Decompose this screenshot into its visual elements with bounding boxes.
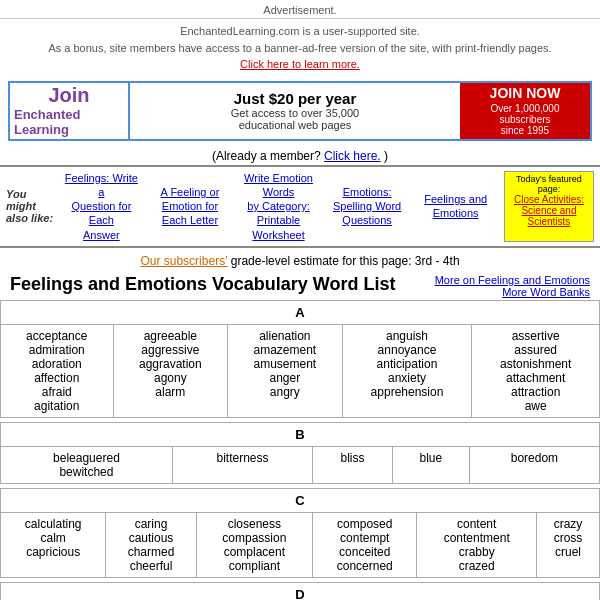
nav-link-2[interactable]: A Feeling orEmotion forEach Letter xyxy=(161,185,220,228)
nav-link-3[interactable]: Write Emotion Wordsby Category: Printabl… xyxy=(238,171,319,242)
section-b-table: B beleagueredbewitched bitterness bliss … xyxy=(0,422,600,484)
more-links: More on Feelings and Emotions More Word … xyxy=(435,274,590,298)
nav-link-1[interactable]: Feelings: Write aQuestion for EachAnswer xyxy=(61,171,142,242)
col-b-2: bitterness xyxy=(172,446,312,483)
banner-right[interactable]: JOIN NOW Over 1,000,000 subscriberssince… xyxy=(460,83,590,139)
more-word-banks-link[interactable]: More Word Banks xyxy=(435,286,590,298)
section-b-row: beleagueredbewitched bitterness bliss bl… xyxy=(1,446,600,483)
section-d-header: D xyxy=(1,582,600,600)
section-d-table: D defeateddefiancedelighteddependence de… xyxy=(0,582,600,600)
banner: Join Enchanted Learning Just $20 per yea… xyxy=(8,81,592,141)
col-a-5: assertiveassuredastonishmentattachmentat… xyxy=(472,324,600,417)
section-c-label: C xyxy=(1,488,600,512)
col-c-4: composedcontemptconceitedconcerned xyxy=(313,512,417,577)
col-c-3: closenesscompassioncomplacentcompliant xyxy=(196,512,312,577)
grade-bar: Our subscribers' grade-level estimate fo… xyxy=(0,248,600,270)
nav-item-2[interactable]: A Feeling orEmotion forEach Letter xyxy=(150,171,231,242)
section-a-table: A acceptanceadmirationadorationaffection… xyxy=(0,300,600,418)
col-b-1: beleagueredbewitched xyxy=(1,446,173,483)
grade-text: grade-level estimate for this page: 3rd … xyxy=(231,254,460,268)
section-b-label: B xyxy=(1,422,600,446)
join-now-text: JOIN NOW xyxy=(490,85,561,101)
col-a-2: agreeableaggressiveaggravationagonyalarm xyxy=(113,324,228,417)
section-c-table: C calculatingcalmcapricious caringcautio… xyxy=(0,488,600,578)
already-text: (Already a member? xyxy=(212,149,321,163)
col-c-6: crazycrosscruel xyxy=(536,512,599,577)
nav-links: Youmightalso like: Feelings: Write aQues… xyxy=(0,165,600,248)
nav-link-4[interactable]: Emotions:Spelling WordQuestions xyxy=(333,185,401,228)
more-feelings-link[interactable]: More on Feelings and Emotions xyxy=(435,274,590,286)
enchanted-learning-text: Enchanted Learning xyxy=(14,107,124,137)
banner-join: Join Enchanted Learning xyxy=(10,83,130,139)
section-b-header: B xyxy=(1,422,600,446)
learn-more-link[interactable]: Click here to learn more. xyxy=(240,58,360,70)
already-end: ) xyxy=(384,149,388,163)
section-d-label: D xyxy=(1,582,600,600)
click-here-link[interactable]: Click here. xyxy=(324,149,381,163)
col-b-4: blue xyxy=(392,446,469,483)
nav-you-label: Youmightalso like: xyxy=(6,171,53,242)
nav-link-5[interactable]: Feelings andEmotions xyxy=(424,192,487,221)
nav-item-4[interactable]: Emotions:Spelling WordQuestions xyxy=(327,171,408,242)
col-b-3: bliss xyxy=(313,446,393,483)
col-b-5: boredom xyxy=(469,446,599,483)
page-title-area: Feelings and Emotions Vocabulary Word Li… xyxy=(0,270,600,300)
col-a-3: alienationamazementamusementangerangry xyxy=(228,324,343,417)
site-line2: As a bonus, site members have access to … xyxy=(0,40,600,57)
subscribers-text: Over 1,000,000 subscriberssince 1995 xyxy=(464,103,586,136)
nav-featured: Today's featured page: Close Activities:… xyxy=(504,171,594,242)
section-a-header: A xyxy=(1,300,600,324)
section-c-header: C xyxy=(1,488,600,512)
col-a-4: anguishannoyanceanticipationanxietyappre… xyxy=(342,324,472,417)
featured-link[interactable]: Close Activities: Science and Scientists xyxy=(514,194,584,227)
page-title: Feelings and Emotions Vocabulary Word Li… xyxy=(10,274,435,295)
nav-item-3[interactable]: Write Emotion Wordsby Category: Printabl… xyxy=(238,171,319,242)
section-c-row: calculatingcalmcapricious caringcautious… xyxy=(1,512,600,577)
section-a-label: A xyxy=(1,300,600,324)
subscribers-link[interactable]: Our subscribers' xyxy=(140,254,227,268)
col-c-1: calculatingcalmcapricious xyxy=(1,512,106,577)
already-member: (Already a member? Click here. ) xyxy=(0,145,600,165)
nav-item-1[interactable]: Feelings: Write aQuestion for EachAnswer xyxy=(61,171,142,242)
ad-label: Advertisement. xyxy=(263,4,336,16)
price-text: Just $20 per year xyxy=(234,90,357,107)
banner-middle: Just $20 per year Get access to over 35,… xyxy=(130,83,460,139)
word-list: A acceptanceadmirationadorationaffection… xyxy=(0,300,600,600)
ad-bar: Advertisement. xyxy=(0,0,600,19)
col-c-2: caringcautiouscharmedcheerful xyxy=(106,512,196,577)
col-a-1: acceptanceadmirationadorationaffectionaf… xyxy=(1,324,114,417)
desc-text: Get access to over 35,000educational web… xyxy=(231,107,359,131)
site-line1: EnchantedLearning.com is a user-supporte… xyxy=(0,23,600,40)
nav-item-5[interactable]: Feelings andEmotions xyxy=(415,171,496,242)
section-a-row: acceptanceadmirationadorationaffectionaf… xyxy=(1,324,600,417)
col-c-5: contentcontentmentcrabbycrazed xyxy=(417,512,537,577)
site-info: EnchantedLearning.com is a user-supporte… xyxy=(0,19,600,77)
join-text: Join xyxy=(48,84,89,107)
featured-label: Today's featured page: xyxy=(509,174,589,194)
